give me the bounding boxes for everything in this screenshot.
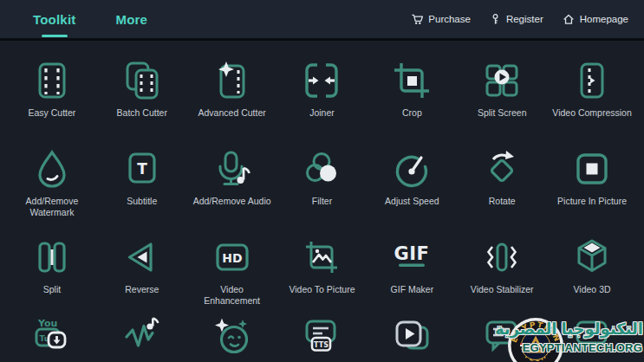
tool-label: Video Stabilizer xyxy=(471,284,534,295)
beauty-face-icon xyxy=(211,316,253,358)
text-to-speech-icon: TTS xyxy=(301,316,342,358)
batch-cutter-icon xyxy=(121,60,163,101)
tool-label: Batch Cutter xyxy=(117,107,167,119)
purchase-label: Purchase xyxy=(428,14,471,24)
tool-music-beat[interactable] xyxy=(97,309,187,362)
tool-easy-cutter[interactable]: Easy Cutter xyxy=(7,53,97,141)
tool-youtube-downloader[interactable]: You Tu xyxy=(7,309,97,362)
tab-toolkit[interactable]: Toolkit xyxy=(33,0,75,38)
video-compression-icon xyxy=(571,60,613,101)
topbar-links: Purchase Register Homepage xyxy=(411,13,628,25)
tool-label: Adjust Speed xyxy=(385,196,439,207)
tool-label: Easy Cutter xyxy=(28,107,75,119)
active-tab-underline xyxy=(42,35,68,37)
youtube-downloader-icon: You Tu xyxy=(31,316,73,358)
tab-more[interactable]: More xyxy=(115,0,147,38)
tool-video-enhancement[interactable]: HDVideo Enhancement xyxy=(187,229,277,309)
homepage-button[interactable]: Homepage xyxy=(563,13,628,25)
tool-add-remove-audio[interactable]: Add/Remove Audio xyxy=(187,141,277,229)
tool-label: Filter xyxy=(312,196,332,207)
tool-split[interactable]: Split xyxy=(7,229,97,309)
purchase-button[interactable]: Purchase xyxy=(411,13,471,25)
tool-gif-maker[interactable]: GIF GIF Maker xyxy=(367,229,457,309)
split-screen-icon xyxy=(481,60,523,101)
tool-rotate[interactable]: Rotate xyxy=(457,141,547,229)
svg-text:HD: HD xyxy=(222,251,242,265)
tool-label: Video To Picture xyxy=(289,284,355,295)
joiner-icon xyxy=(301,60,342,101)
svg-text:You: You xyxy=(37,318,57,329)
gif-maker-icon: GIF xyxy=(391,236,433,278)
advanced-cutter-icon xyxy=(211,60,253,101)
tool-reverse[interactable]: Reverse xyxy=(97,229,187,309)
reverse-icon xyxy=(121,236,163,278)
add-remove-audio-icon xyxy=(211,148,253,190)
tool-beauty-face[interactable] xyxy=(187,309,277,362)
easy-cutter-icon xyxy=(31,60,73,101)
tool-joiner[interactable]: Joiner xyxy=(277,53,368,141)
tool-video-player[interactable] xyxy=(367,309,457,362)
subtitle-icon: T xyxy=(121,148,163,190)
cart-icon xyxy=(411,13,423,25)
tool-label: Rotate xyxy=(489,196,516,207)
tool-label: Crop xyxy=(402,107,422,119)
tool-label: Picture In Picture xyxy=(557,196,627,207)
adjust-speed-icon xyxy=(391,148,433,190)
tool-video-to-picture[interactable]: Video To Picture xyxy=(277,229,368,309)
tool-video-compression[interactable]: Video Compression xyxy=(547,53,637,141)
tool-label: Video Compression xyxy=(552,107,631,119)
tool-label: Subtitle xyxy=(127,196,157,207)
tool-batch-cutter[interactable]: Batch Cutter xyxy=(97,53,187,141)
tool-label: GIF Maker xyxy=(391,284,434,295)
split-icon xyxy=(31,236,73,278)
tool-video-stabilizer[interactable]: Video Stabilizer xyxy=(457,229,547,309)
toolkit-window: Toolkit More Purchase Register Homepage xyxy=(0,0,644,362)
tool-filter[interactable]: Filter xyxy=(277,141,368,229)
tool-label: Add/Remove Watermark xyxy=(11,196,93,218)
video-enhancement-icon: HD xyxy=(211,236,253,278)
tool-label: Add/Remove Audio xyxy=(193,196,271,207)
register-label: Register xyxy=(506,14,543,24)
tool-text-to-speech[interactable]: TTS xyxy=(277,309,368,362)
tool-watermark[interactable]: Add/Remove Watermark xyxy=(7,141,97,229)
tool-adjust-speed[interactable]: Adjust Speed xyxy=(367,141,457,229)
rotate-icon xyxy=(481,148,523,190)
tool-label: Joiner xyxy=(309,107,335,119)
video-3d-icon xyxy=(571,236,613,278)
tool-label: Reverse xyxy=(125,284,159,295)
watermark-arabic-text: التكنولوجيا المصرية xyxy=(495,320,643,339)
watermark-site-text: EGYPTIANTECH.ORG xyxy=(523,341,642,354)
tool-grid: Easy Cutter Batch Cutter Advanced Cutter… xyxy=(0,41,644,359)
tool-advanced-cutter[interactable]: Advanced Cutter xyxy=(187,53,277,141)
tab-more-label: More xyxy=(115,12,147,27)
tool-split-screen[interactable]: Split Screen xyxy=(457,53,547,141)
tool-label: Video 3D xyxy=(574,284,611,295)
music-beat-icon xyxy=(121,316,163,358)
tool-label: Split xyxy=(43,284,61,295)
crop-icon xyxy=(391,60,433,101)
video-player-icon xyxy=(391,316,433,358)
video-to-picture-icon xyxy=(301,236,342,278)
homepage-label: Homepage xyxy=(580,14,628,24)
top-navigation-bar: Toolkit More Purchase Register Homepage xyxy=(0,0,644,41)
video-stabilizer-icon xyxy=(481,236,523,278)
svg-text:TTS: TTS xyxy=(315,341,329,349)
tab-toolkit-label: Toolkit xyxy=(33,12,75,27)
key-icon xyxy=(490,13,501,25)
picture-in-picture-icon xyxy=(571,148,613,190)
register-button[interactable]: Register xyxy=(490,13,543,25)
tab-bar: Toolkit More xyxy=(33,0,147,38)
svg-text:T: T xyxy=(137,160,147,178)
filter-icon xyxy=(301,148,342,190)
watermark-icon xyxy=(31,148,73,190)
tool-label: Split Screen xyxy=(478,107,527,119)
tool-label: Advanced Cutter xyxy=(198,107,266,119)
tool-label: Video Enhancement xyxy=(192,284,273,307)
home-icon xyxy=(563,13,575,25)
svg-text:GIF: GIF xyxy=(394,243,430,264)
tool-picture-in-picture[interactable]: Picture In Picture xyxy=(547,141,637,229)
tool-crop[interactable]: Crop xyxy=(367,53,457,141)
tool-subtitle[interactable]: TSubtitle xyxy=(97,141,187,229)
tool-video-3d[interactable]: Video 3D xyxy=(547,229,637,309)
